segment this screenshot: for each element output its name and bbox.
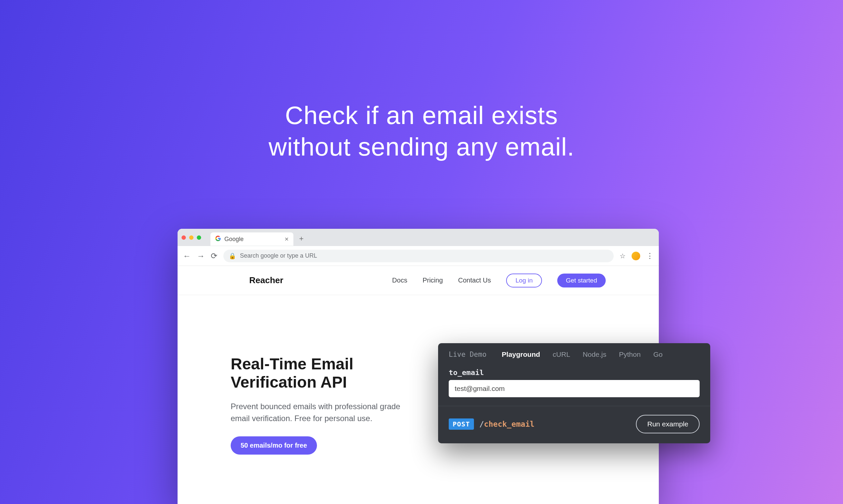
live-demo-panel: Live Demo Playground cURL Node.js Python… xyxy=(438,343,710,443)
bookmark-star-icon[interactable]: ☆ xyxy=(620,252,625,260)
reload-button[interactable]: ⟳ xyxy=(211,251,218,260)
demo-tab-node[interactable]: Node.js xyxy=(583,350,606,358)
hero-diagonal-bg xyxy=(177,455,659,504)
nav-docs[interactable]: Docs xyxy=(392,276,408,284)
http-method-badge: POST xyxy=(449,418,474,430)
run-example-button[interactable]: Run example xyxy=(636,415,700,433)
to-email-label: to_email xyxy=(449,368,700,377)
profile-avatar[interactable] xyxy=(632,252,640,260)
browser-toolbar: ← → ⟳ 🔒 Search google or type a URL ☆ ⋮ xyxy=(177,246,659,266)
nav-contact[interactable]: Contact Us xyxy=(458,276,491,284)
headline-line2: without sending any email. xyxy=(0,131,843,162)
hero-title-line2: Verification API xyxy=(231,373,347,391)
nav-pricing[interactable]: Pricing xyxy=(423,276,443,284)
get-started-button[interactable]: Get started xyxy=(557,273,606,287)
browser-menu-icon[interactable]: ⋮ xyxy=(646,252,653,260)
endpoint-name: check_email xyxy=(484,420,534,428)
headline-line1: Check if an email exists xyxy=(0,100,843,131)
google-favicon-icon xyxy=(215,235,221,243)
endpoint-path: /check_email xyxy=(479,420,534,428)
demo-tab-curl[interactable]: cURL xyxy=(553,350,570,358)
brand-name: Reacher xyxy=(249,275,283,286)
demo-footer: POST /check_email Run example xyxy=(438,406,710,443)
endpoint-slash: / xyxy=(479,420,484,428)
window-traffic-lights xyxy=(182,235,201,240)
lock-icon: 🔒 xyxy=(229,252,236,259)
forward-button[interactable]: → xyxy=(197,251,205,260)
marketing-headline: Check if an email exists without sending… xyxy=(0,100,843,162)
reacher-logo-icon xyxy=(28,28,68,68)
hero-title: Real-Time Email Verification API xyxy=(231,355,430,391)
hero-cta-button[interactable]: 50 emails/mo for free xyxy=(231,436,317,455)
hero-title-line1: Real-Time Email xyxy=(231,355,354,373)
demo-tab-playground[interactable]: Playground xyxy=(502,350,540,358)
browser-tabstrip: Google ✕ ＋ xyxy=(177,229,659,246)
site-header: Reacher Docs Pricing Contact Us Log in G… xyxy=(177,266,659,295)
to-email-input[interactable] xyxy=(449,380,700,397)
window-close-icon[interactable] xyxy=(182,235,186,240)
login-button[interactable]: Log in xyxy=(506,273,542,287)
demo-title: Live Demo xyxy=(449,350,486,358)
tab-title: Google xyxy=(224,236,244,243)
demo-tab-python[interactable]: Python xyxy=(619,350,640,358)
demo-header: Live Demo Playground cURL Node.js Python… xyxy=(438,343,710,364)
window-minimize-icon[interactable] xyxy=(189,235,193,240)
site-nav: Docs Pricing Contact Us Log in Get start… xyxy=(392,273,606,287)
demo-tab-go[interactable]: Go xyxy=(653,350,663,358)
hero-subtitle: Prevent bounced emails with professional… xyxy=(231,400,403,425)
hero-section: Real-Time Email Verification API Prevent… xyxy=(177,295,430,455)
site-brand[interactable]: Reacher xyxy=(231,272,283,288)
new-tab-button[interactable]: ＋ xyxy=(297,234,306,243)
back-button[interactable]: ← xyxy=(183,251,191,260)
tab-close-icon[interactable]: ✕ xyxy=(285,236,289,242)
address-bar[interactable]: 🔒 Search google or type a URL xyxy=(223,250,614,262)
address-placeholder: Search google or type a URL xyxy=(240,252,317,259)
reacher-logo-icon xyxy=(231,272,245,288)
browser-tab[interactable]: Google ✕ xyxy=(210,232,293,246)
window-zoom-icon[interactable] xyxy=(197,235,201,240)
demo-body: to_email xyxy=(438,364,710,406)
